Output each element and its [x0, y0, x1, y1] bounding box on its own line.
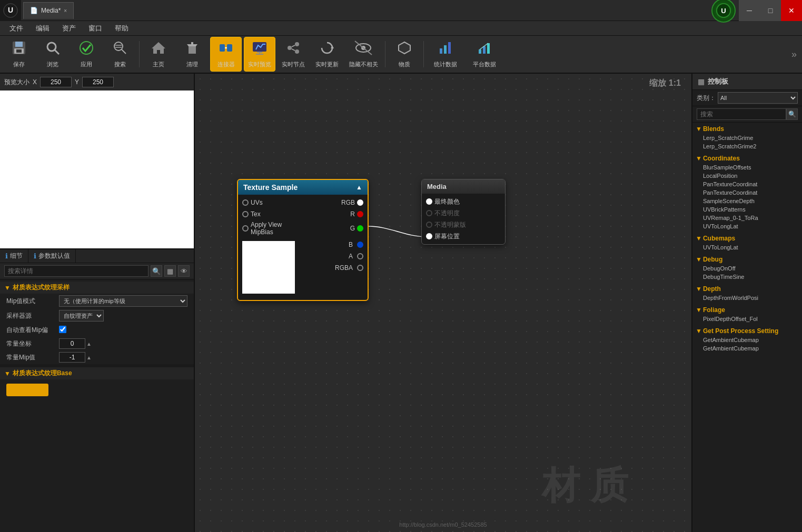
search-details-input[interactable] — [4, 265, 148, 277]
pin-r-output[interactable] — [357, 211, 363, 217]
menu-assets[interactable]: 资产 — [57, 23, 81, 34]
pin-rgb-output[interactable] — [357, 199, 363, 206]
item-getambientcubemap-2[interactable]: GetAmbientCubemap — [696, 344, 799, 353]
item-localposition[interactable]: LocalPosition — [696, 172, 799, 180]
pin-tex-input[interactable] — [242, 211, 249, 217]
pin-rgba-output[interactable] — [357, 265, 363, 271]
item-samplescenedepth[interactable]: SampleSceneDepth — [696, 197, 799, 205]
coord-up-arrow[interactable]: ▲ — [86, 341, 92, 347]
item-uvbrickpatterns[interactable]: UVBrickPatterns — [696, 205, 799, 214]
mip-const-input[interactable] — [59, 352, 85, 363]
item-uvtolonglat-1[interactable]: UVToLongLat — [696, 222, 799, 230]
menu-edit[interactable]: 编辑 — [31, 23, 55, 34]
preview-x-input[interactable]: 250 — [40, 77, 72, 87]
node-texture-sample[interactable]: Texture Sample ▲ UVs RGB Tex R — [237, 179, 369, 301]
menu-file[interactable]: 文件 — [4, 23, 28, 34]
item-debugtimesine[interactable]: DebugTimeSine — [696, 273, 799, 281]
right-search-input[interactable] — [697, 108, 786, 120]
realtime-update-button[interactable]: 实时更新 — [311, 37, 343, 72]
maximize-button[interactable]: □ — [760, 0, 781, 21]
item-lerp-scratchgrime[interactable]: Lerp_ScratchGrime — [696, 134, 799, 142]
category-select[interactable]: All — [718, 92, 798, 104]
pin-opacity-mask-input[interactable] — [426, 222, 432, 228]
item-pixeldepthoffset[interactable]: PixelDepthOffset_Fol — [696, 315, 799, 323]
item-pantexturecoordinat-1[interactable]: PanTextureCoordinat — [696, 180, 799, 188]
section-blends: ▼ Blends Lerp_ScratchGrime Lerp_ScratchG… — [692, 123, 802, 152]
preview-y-input[interactable]: 250 — [82, 77, 114, 87]
apply-button[interactable]: 应用 — [71, 37, 102, 72]
home-label: 主页 — [153, 61, 164, 68]
tab-params[interactable]: ℹ 参数默认值 — [28, 249, 76, 263]
item-getambientcubemap-1[interactable]: GetAmbientCubemap — [696, 336, 799, 344]
ue-logo: U — [0, 0, 21, 21]
node-media[interactable]: Media 最终颜色 不透明度 不透明蒙版 屏幕位置 — [421, 179, 506, 245]
cubemaps-title: Cubemaps — [703, 235, 735, 242]
realtime-node-button[interactable]: 实时节点 — [278, 37, 309, 72]
svg-rect-23 — [257, 52, 262, 53]
material-button[interactable]: 物质 — [389, 37, 420, 72]
browse-button[interactable]: 浏览 — [37, 37, 68, 72]
tab-close-button[interactable]: × — [64, 8, 67, 14]
pin-opacity-input[interactable] — [426, 210, 432, 216]
svg-line-34 — [355, 41, 372, 55]
section-cubemaps-header[interactable]: ▼ Cubemaps — [696, 234, 799, 243]
section-foliage-header[interactable]: ▼ Foliage — [696, 305, 799, 315]
grid-view-button[interactable]: ▦ — [164, 265, 176, 277]
canvas-area[interactable]: 缩放 1:1 Texture Sample ▲ UVs RGB — [195, 74, 691, 532]
section-debug-header[interactable]: ▼ Debug — [696, 255, 799, 264]
sampler-dropdown[interactable]: 自纹理资产 — [59, 310, 104, 322]
stats-button[interactable]: 统计数据 — [427, 37, 464, 72]
item-debugonoff[interactable]: DebugOnOff — [696, 264, 799, 273]
pin-screen-pos-input[interactable] — [426, 233, 432, 239]
right-search-button[interactable]: 🔍 — [786, 108, 798, 120]
section-blends-header[interactable]: ▼ Blends — [696, 124, 799, 134]
pin-final-color-input[interactable] — [426, 198, 432, 205]
section-coordinates: ▼ Coordinates BlurSampleOffsets LocalPos… — [692, 152, 802, 232]
item-uvtolonglat-2[interactable]: UVToLongLat — [696, 243, 799, 252]
clean-button[interactable]: 清理 — [176, 37, 208, 72]
search-details-button[interactable]: 🔍 — [151, 265, 162, 277]
item-pantexturecoordinat-2[interactable]: PanTextureCoordinat — [696, 188, 799, 197]
menu-help[interactable]: 帮助 — [110, 23, 134, 34]
pin-g-output[interactable] — [357, 225, 363, 232]
save-button[interactable]: 保存 — [3, 37, 35, 72]
main-area: 预览大小 X 250 Y 250 ℹ 细节 ℹ 参数默认值 🔍 ▦ � — [0, 74, 802, 532]
search-button[interactable]: 搜索 — [104, 37, 136, 72]
item-lerp-scratchgrime2[interactable]: Lerp_ScratchGrime2 — [696, 142, 799, 150]
section-texture-header[interactable]: ▼ 材质表达式纹理采样 — [0, 282, 194, 294]
properties-panel: ▼ 材质表达式纹理采样 Mip值模式 无（使用计算的mip等级 采样器源 自纹理… — [0, 279, 194, 532]
close-button[interactable]: ✕ — [781, 0, 802, 21]
minimize-button[interactable]: ─ — [739, 0, 760, 21]
tab-media[interactable]: 📄 Media* × — [23, 2, 74, 19]
menu-window[interactable]: 窗口 — [83, 23, 107, 34]
mip-dropdown[interactable]: 无（使用计算的mip等级 — [59, 295, 187, 307]
coord-number-wrapper: ▲ — [59, 338, 187, 349]
mip-const-wrapper: ▲ — [59, 352, 187, 363]
eye-button[interactable]: 👁 — [178, 265, 190, 277]
section-postprocess-header[interactable]: ▼ Get Post Process Setting — [696, 326, 799, 336]
mip-const-arrow[interactable]: ▲ — [86, 355, 92, 360]
base-color-swatch[interactable] — [6, 384, 48, 396]
pin-mip-input[interactable] — [242, 225, 249, 232]
realtime-preview-button[interactable]: 实时预览 — [244, 37, 275, 72]
pin-uvs-input[interactable] — [242, 199, 249, 206]
item-depthfromworldposi[interactable]: DepthFromWorldPosi — [696, 294, 799, 302]
section-coordinates-header[interactable]: ▼ Coordinates — [696, 154, 799, 163]
auto-mip-checkbox[interactable] — [59, 326, 66, 333]
platform-button[interactable]: 平台数据 — [466, 37, 503, 72]
coord-input[interactable] — [59, 338, 85, 349]
node-texture-arrow[interactable]: ▲ — [356, 184, 362, 191]
foliage-title: Foliage — [703, 306, 725, 314]
section-depth-header[interactable]: ▼ Depth — [696, 284, 799, 294]
toolbar-expand[interactable]: » — [791, 49, 799, 60]
section-base-header[interactable]: ▼ 材质表达式纹理Base — [0, 367, 194, 379]
home-button[interactable]: 主页 — [143, 37, 174, 72]
pin-b-output[interactable] — [357, 242, 363, 248]
connector-button[interactable]: 连接器 — [210, 37, 242, 72]
item-blursampleoffsets[interactable]: BlurSampleOffsets — [696, 163, 799, 172]
pin-opacity-mask-row: 不透明蒙版 — [422, 219, 505, 230]
tab-detail[interactable]: ℹ 细节 — [0, 249, 28, 263]
pin-a-output[interactable] — [357, 253, 363, 259]
hide-irrelevant-button[interactable]: 隐藏不相关 — [345, 37, 382, 72]
item-uvremap[interactable]: UVRemap_0-1_ToRa — [696, 214, 799, 222]
